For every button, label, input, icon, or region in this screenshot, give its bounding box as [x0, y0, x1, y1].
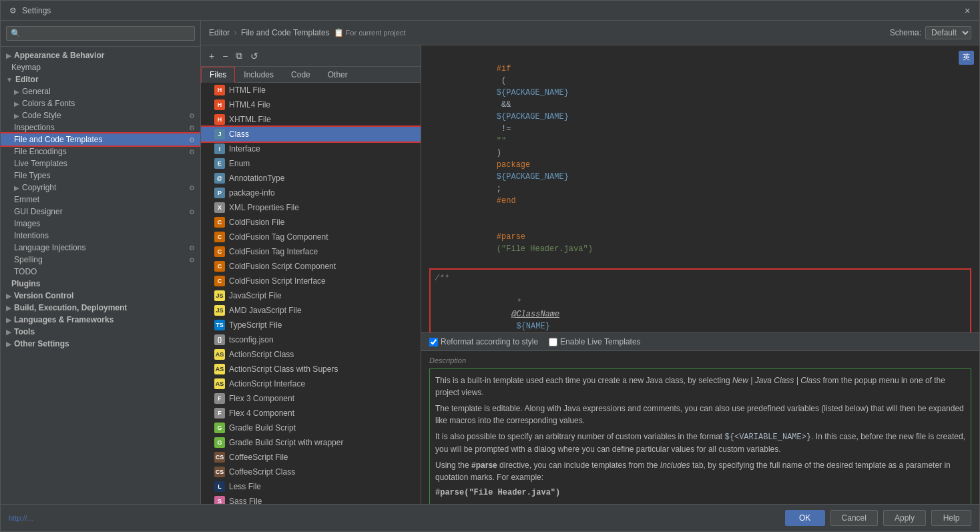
tab-includes[interactable]: Includes	[235, 67, 282, 83]
sidebar-item-other-settings[interactable]: ▶ Other Settings	[1, 338, 200, 350]
cf-tag-int-icon: C	[214, 246, 225, 257]
help-button[interactable]: Help	[931, 510, 971, 526]
doc-comment-box: /** * @ClassName ${NAME} * @Description …	[429, 268, 971, 332]
desc-p4: Using the #parse directive, you can incl…	[435, 459, 965, 483]
sidebar-item-inspections[interactable]: Inspections ⚙	[1, 121, 200, 134]
cf-script-comp-icon: C	[214, 261, 225, 272]
file-item-cf[interactable]: C ColdFusion File	[201, 215, 421, 230]
file-item-xml-props[interactable]: X XML Properties File	[201, 200, 421, 215]
sidebar-label-plugins: Plugins	[11, 279, 40, 288]
sidebar-item-version-control[interactable]: ▶ Version Control	[1, 290, 200, 302]
sidebar-item-langs-frameworks[interactable]: ▶ Languages & Frameworks	[1, 314, 200, 326]
file-item-html4[interactable]: H HTML4 File	[201, 97, 421, 112]
sidebar-item-colors-fonts[interactable]: ▶ Colors & Fonts	[1, 97, 200, 109]
expand-arrow-general: ▶	[14, 88, 19, 95]
add-button[interactable]: +	[206, 49, 217, 63]
file-item-xhtml[interactable]: H XHTML File	[201, 112, 421, 127]
file-item-html[interactable]: H HTML File	[201, 83, 421, 97]
file-item-coffee-class[interactable]: CS CoffeeScript Class	[201, 465, 421, 479]
reset-button[interactable]: ↺	[248, 49, 261, 63]
sidebar-item-language-injections[interactable]: Language Injections ⚙	[1, 242, 200, 254]
sidebar-item-copyright[interactable]: ▶ Copyright ⚙	[1, 182, 200, 194]
file-item-as-interface[interactable]: AS ActionScript Interface	[201, 376, 421, 391]
code-area[interactable]: #if ( ${PACKAGE_NAME} && ${PACKAGE_NAME}…	[421, 45, 979, 332]
icon-code-style: ⚙	[189, 112, 195, 119]
file-item-enum[interactable]: E Enum	[201, 156, 421, 171]
file-label-sass: Sass File	[229, 497, 262, 504]
sidebar-item-appearance[interactable]: ▶ Appearance & Behavior	[1, 49, 200, 61]
sidebar-item-file-encodings[interactable]: File Encodings ⚙	[1, 146, 200, 158]
sidebar-label-version-control: Version Control	[14, 291, 73, 300]
file-item-annotation[interactable]: @ AnnotationType	[201, 171, 421, 186]
project-icon: 📋	[334, 28, 344, 37]
sidebar-item-plugins[interactable]: Plugins	[1, 278, 200, 290]
sidebar-item-editor[interactable]: ▼ Editor	[1, 73, 200, 85]
file-item-tsconfig[interactable]: {} tsconfig.json	[201, 332, 421, 347]
file-label-interface: Interface	[229, 144, 260, 154]
tab-other[interactable]: Other	[319, 67, 356, 83]
tab-code[interactable]: Code	[282, 67, 319, 83]
package-icon: P	[214, 188, 225, 198]
ok-button[interactable]: OK	[785, 510, 825, 526]
file-label-html4: HTML4 File	[229, 100, 270, 109]
copy-button[interactable]: ⧉	[233, 49, 245, 63]
file-item-coffeescript[interactable]: CS CoffeeScript File	[201, 450, 421, 465]
file-item-cf-tag-int[interactable]: C ColdFusion Tag Interface	[201, 244, 421, 259]
file-item-flex3[interactable]: F Flex 3 Component	[201, 391, 421, 406]
file-item-less[interactable]: L Less File	[201, 479, 421, 494]
file-item-cf-script-int[interactable]: C ColdFusion Script Interface	[201, 274, 421, 288]
sidebar-label-appearance: Appearance & Behavior	[14, 51, 104, 60]
sidebar-item-build[interactable]: ▶ Build, Execution, Deployment	[1, 302, 200, 314]
sidebar-label-todo: TODO	[14, 267, 37, 276]
file-label-flex4: Flex 4 Component	[229, 409, 294, 418]
cancel-button[interactable]: Cancel	[830, 510, 878, 526]
file-item-cf-tag-comp[interactable]: C ColdFusion Tag Component	[201, 230, 421, 244]
sidebar-label-spelling: Spelling	[14, 255, 43, 264]
sidebar-item-images[interactable]: Images	[1, 218, 200, 230]
close-button[interactable]: ×	[962, 5, 973, 16]
sidebar-item-code-style[interactable]: ▶ Code Style ⚙	[1, 109, 200, 121]
sidebar-item-file-types[interactable]: File Types	[1, 170, 200, 182]
sidebar-item-spelling[interactable]: Spelling ⚙	[1, 254, 200, 266]
reformat-check-input[interactable]	[429, 338, 438, 346]
tsconfig-icon: {}	[214, 334, 225, 345]
file-item-flex4[interactable]: F Flex 4 Component	[201, 406, 421, 421]
live-templates-check-input[interactable]	[549, 338, 557, 346]
tab-files[interactable]: Files	[201, 67, 235, 83]
file-item-amd-js[interactable]: JS AMD JavaScript File	[201, 303, 421, 318]
file-label-cf-script-int: ColdFusion Script Interface	[229, 276, 326, 286]
file-item-gradle-wrapper[interactable]: G Gradle Build Script with wrapper	[201, 435, 421, 450]
search-input[interactable]	[6, 26, 195, 41]
sidebar-item-tools[interactable]: ▶ Tools	[1, 326, 200, 338]
sidebar-item-gui-designer[interactable]: GUI Designer ⚙	[1, 206, 200, 218]
expand-arrow-editor: ▼	[6, 76, 13, 83]
file-item-gradle[interactable]: G Gradle Build Script	[201, 421, 421, 435]
file-item-js[interactable]: JS JavaScript File	[201, 288, 421, 303]
desc-p2: The template is editable. Along with Jav…	[435, 403, 965, 427]
sidebar-item-todo[interactable]: TODO	[1, 266, 200, 278]
sidebar-item-live-templates[interactable]: Live Templates	[1, 158, 200, 170]
reformat-checkbox[interactable]: Reformat according to style	[429, 337, 538, 346]
expand-arrow-vc: ▶	[6, 292, 11, 300]
sidebar-item-keymap[interactable]: Keymap	[1, 61, 200, 73]
sidebar-item-general[interactable]: ▶ General	[1, 85, 200, 97]
sidebar-item-file-code-templates[interactable]: File and Code Templates ⚙	[1, 134, 200, 146]
lang-badge: 英	[959, 51, 974, 65]
file-item-as-class-supers[interactable]: AS ActionScript Class with Supers	[201, 362, 421, 376]
file-item-ts[interactable]: TS TypeScript File	[201, 318, 421, 332]
file-item-cf-script-comp[interactable]: C ColdFusion Script Component	[201, 259, 421, 274]
file-item-interface[interactable]: I Interface	[201, 142, 421, 156]
remove-button[interactable]: −	[220, 49, 230, 63]
sidebar-item-intentions[interactable]: Intentions	[1, 230, 200, 242]
apply-button[interactable]: Apply	[883, 510, 926, 526]
file-item-package[interactable]: P package-info	[201, 186, 421, 200]
live-templates-checkbox[interactable]: Enable Live Templates	[549, 337, 641, 346]
file-item-as-class[interactable]: AS ActionScript Class	[201, 347, 421, 362]
file-item-sass[interactable]: S Sass File	[201, 494, 421, 504]
settings-dialog: ⚙ Settings × ▶ Appearance & Behavior Key…	[0, 0, 980, 532]
file-item-class[interactable]: J Class	[201, 127, 421, 142]
sass-icon: S	[214, 496, 225, 504]
schema-select[interactable]: Default	[925, 26, 971, 39]
schema-text: Schema:	[890, 28, 921, 37]
sidebar-item-emmet[interactable]: Emmet	[1, 194, 200, 206]
